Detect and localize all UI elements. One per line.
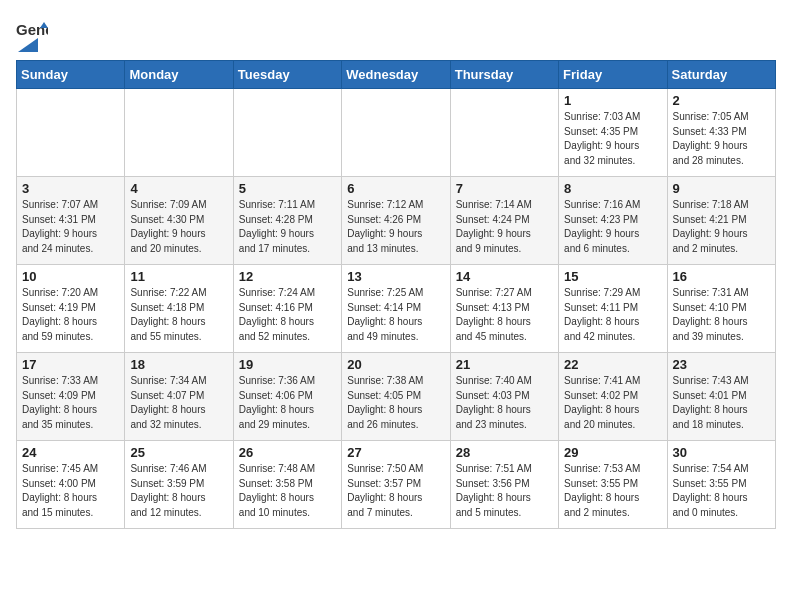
day-number: 29 (564, 445, 661, 460)
day-info: Sunrise: 7:50 AM Sunset: 3:57 PM Dayligh… (347, 462, 444, 520)
calendar-cell: 30Sunrise: 7:54 AM Sunset: 3:55 PM Dayli… (667, 441, 775, 529)
day-number: 7 (456, 181, 553, 196)
day-info: Sunrise: 7:25 AM Sunset: 4:14 PM Dayligh… (347, 286, 444, 344)
weekday-header-tuesday: Tuesday (233, 61, 341, 89)
day-number: 25 (130, 445, 227, 460)
calendar-cell: 27Sunrise: 7:50 AM Sunset: 3:57 PM Dayli… (342, 441, 450, 529)
day-number: 4 (130, 181, 227, 196)
day-info: Sunrise: 7:07 AM Sunset: 4:31 PM Dayligh… (22, 198, 119, 256)
day-info: Sunrise: 7:05 AM Sunset: 4:33 PM Dayligh… (673, 110, 770, 168)
day-info: Sunrise: 7:14 AM Sunset: 4:24 PM Dayligh… (456, 198, 553, 256)
calendar-cell: 1Sunrise: 7:03 AM Sunset: 4:35 PM Daylig… (559, 89, 667, 177)
calendar-cell: 18Sunrise: 7:34 AM Sunset: 4:07 PM Dayli… (125, 353, 233, 441)
day-number: 2 (673, 93, 770, 108)
day-number: 13 (347, 269, 444, 284)
day-number: 9 (673, 181, 770, 196)
day-number: 12 (239, 269, 336, 284)
weekday-header-friday: Friday (559, 61, 667, 89)
calendar-cell: 28Sunrise: 7:51 AM Sunset: 3:56 PM Dayli… (450, 441, 558, 529)
calendar-table: SundayMondayTuesdayWednesdayThursdayFrid… (16, 60, 776, 529)
day-info: Sunrise: 7:45 AM Sunset: 4:00 PM Dayligh… (22, 462, 119, 520)
day-number: 23 (673, 357, 770, 372)
calendar-cell: 15Sunrise: 7:29 AM Sunset: 4:11 PM Dayli… (559, 265, 667, 353)
calendar-cell: 25Sunrise: 7:46 AM Sunset: 3:59 PM Dayli… (125, 441, 233, 529)
day-number: 3 (22, 181, 119, 196)
calendar-cell: 20Sunrise: 7:38 AM Sunset: 4:05 PM Dayli… (342, 353, 450, 441)
svg-marker-2 (18, 38, 38, 52)
day-number: 24 (22, 445, 119, 460)
day-number: 22 (564, 357, 661, 372)
calendar-cell (233, 89, 341, 177)
day-number: 20 (347, 357, 444, 372)
day-info: Sunrise: 7:41 AM Sunset: 4:02 PM Dayligh… (564, 374, 661, 432)
day-number: 16 (673, 269, 770, 284)
calendar-cell: 19Sunrise: 7:36 AM Sunset: 4:06 PM Dayli… (233, 353, 341, 441)
weekday-header-wednesday: Wednesday (342, 61, 450, 89)
calendar-cell: 22Sunrise: 7:41 AM Sunset: 4:02 PM Dayli… (559, 353, 667, 441)
day-number: 11 (130, 269, 227, 284)
weekday-header-thursday: Thursday (450, 61, 558, 89)
day-number: 8 (564, 181, 661, 196)
day-info: Sunrise: 7:46 AM Sunset: 3:59 PM Dayligh… (130, 462, 227, 520)
calendar-cell: 6Sunrise: 7:12 AM Sunset: 4:26 PM Daylig… (342, 177, 450, 265)
calendar-week-row: 1Sunrise: 7:03 AM Sunset: 4:35 PM Daylig… (17, 89, 776, 177)
day-info: Sunrise: 7:48 AM Sunset: 3:58 PM Dayligh… (239, 462, 336, 520)
day-number: 30 (673, 445, 770, 460)
day-info: Sunrise: 7:38 AM Sunset: 4:05 PM Dayligh… (347, 374, 444, 432)
calendar-cell (125, 89, 233, 177)
calendar-cell: 4Sunrise: 7:09 AM Sunset: 4:30 PM Daylig… (125, 177, 233, 265)
calendar-cell: 11Sunrise: 7:22 AM Sunset: 4:18 PM Dayli… (125, 265, 233, 353)
page-header: General (16, 16, 776, 52)
day-info: Sunrise: 7:20 AM Sunset: 4:19 PM Dayligh… (22, 286, 119, 344)
day-info: Sunrise: 7:54 AM Sunset: 3:55 PM Dayligh… (673, 462, 770, 520)
calendar-cell: 23Sunrise: 7:43 AM Sunset: 4:01 PM Dayli… (667, 353, 775, 441)
day-info: Sunrise: 7:29 AM Sunset: 4:11 PM Dayligh… (564, 286, 661, 344)
day-info: Sunrise: 7:03 AM Sunset: 4:35 PM Dayligh… (564, 110, 661, 168)
weekday-header-saturday: Saturday (667, 61, 775, 89)
day-info: Sunrise: 7:24 AM Sunset: 4:16 PM Dayligh… (239, 286, 336, 344)
day-number: 15 (564, 269, 661, 284)
calendar-cell: 2Sunrise: 7:05 AM Sunset: 4:33 PM Daylig… (667, 89, 775, 177)
calendar-cell: 9Sunrise: 7:18 AM Sunset: 4:21 PM Daylig… (667, 177, 775, 265)
weekday-header-row: SundayMondayTuesdayWednesdayThursdayFrid… (17, 61, 776, 89)
calendar-cell: 21Sunrise: 7:40 AM Sunset: 4:03 PM Dayli… (450, 353, 558, 441)
day-info: Sunrise: 7:18 AM Sunset: 4:21 PM Dayligh… (673, 198, 770, 256)
day-number: 28 (456, 445, 553, 460)
calendar-cell: 29Sunrise: 7:53 AM Sunset: 3:55 PM Dayli… (559, 441, 667, 529)
day-info: Sunrise: 7:22 AM Sunset: 4:18 PM Dayligh… (130, 286, 227, 344)
calendar-cell: 14Sunrise: 7:27 AM Sunset: 4:13 PM Dayli… (450, 265, 558, 353)
calendar-cell: 10Sunrise: 7:20 AM Sunset: 4:19 PM Dayli… (17, 265, 125, 353)
day-info: Sunrise: 7:40 AM Sunset: 4:03 PM Dayligh… (456, 374, 553, 432)
day-info: Sunrise: 7:33 AM Sunset: 4:09 PM Dayligh… (22, 374, 119, 432)
day-info: Sunrise: 7:27 AM Sunset: 4:13 PM Dayligh… (456, 286, 553, 344)
calendar-cell: 12Sunrise: 7:24 AM Sunset: 4:16 PM Dayli… (233, 265, 341, 353)
day-number: 17 (22, 357, 119, 372)
day-info: Sunrise: 7:31 AM Sunset: 4:10 PM Dayligh… (673, 286, 770, 344)
day-number: 26 (239, 445, 336, 460)
calendar-week-row: 3Sunrise: 7:07 AM Sunset: 4:31 PM Daylig… (17, 177, 776, 265)
calendar-cell: 8Sunrise: 7:16 AM Sunset: 4:23 PM Daylig… (559, 177, 667, 265)
day-info: Sunrise: 7:51 AM Sunset: 3:56 PM Dayligh… (456, 462, 553, 520)
day-number: 21 (456, 357, 553, 372)
day-number: 6 (347, 181, 444, 196)
day-number: 5 (239, 181, 336, 196)
calendar-cell (342, 89, 450, 177)
calendar-week-row: 10Sunrise: 7:20 AM Sunset: 4:19 PM Dayli… (17, 265, 776, 353)
day-number: 1 (564, 93, 661, 108)
calendar-cell: 5Sunrise: 7:11 AM Sunset: 4:28 PM Daylig… (233, 177, 341, 265)
day-info: Sunrise: 7:16 AM Sunset: 4:23 PM Dayligh… (564, 198, 661, 256)
calendar-cell (17, 89, 125, 177)
calendar-cell: 17Sunrise: 7:33 AM Sunset: 4:09 PM Dayli… (17, 353, 125, 441)
day-number: 10 (22, 269, 119, 284)
calendar-cell (450, 89, 558, 177)
logo-triangle-icon (18, 38, 38, 52)
day-number: 27 (347, 445, 444, 460)
day-info: Sunrise: 7:11 AM Sunset: 4:28 PM Dayligh… (239, 198, 336, 256)
calendar-cell: 16Sunrise: 7:31 AM Sunset: 4:10 PM Dayli… (667, 265, 775, 353)
day-info: Sunrise: 7:12 AM Sunset: 4:26 PM Dayligh… (347, 198, 444, 256)
logo: General (16, 20, 48, 52)
day-info: Sunrise: 7:53 AM Sunset: 3:55 PM Dayligh… (564, 462, 661, 520)
day-info: Sunrise: 7:36 AM Sunset: 4:06 PM Dayligh… (239, 374, 336, 432)
day-info: Sunrise: 7:43 AM Sunset: 4:01 PM Dayligh… (673, 374, 770, 432)
day-info: Sunrise: 7:34 AM Sunset: 4:07 PM Dayligh… (130, 374, 227, 432)
